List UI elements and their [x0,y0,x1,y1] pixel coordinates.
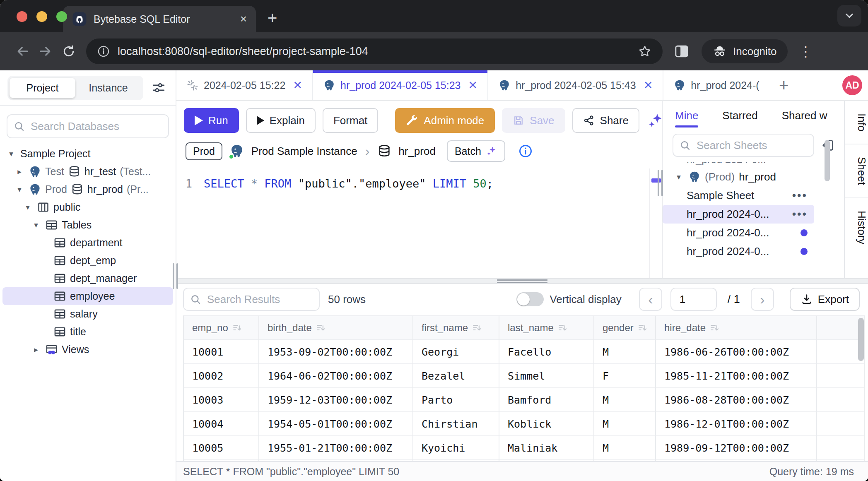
export-button[interactable]: Export [790,288,860,311]
table-cell[interactable]: Anneke [413,460,499,461]
batch-button[interactable]: Batch [447,140,505,162]
tree-node-views[interactable]: ▸Views [2,341,173,358]
vertical-display-toggle[interactable] [516,292,544,306]
sql-editor[interactable]: 1 SELECT * FROM "public"."employee" LIMI… [176,168,662,278]
filter-sliders-icon[interactable] [149,78,168,97]
explain-button[interactable]: Explain [246,108,316,133]
sheet-item-hr-prod-2024-0[interactable]: hr_prod 2024-0... [663,242,814,261]
column-header-gender[interactable]: gender [594,316,656,340]
new-tab-button[interactable]: + [268,9,277,27]
sort-icon[interactable] [637,322,648,333]
sheet-item-hr-prod-2024-0[interactable]: hr_prod 2024-0... [663,224,814,242]
column-header-first-name[interactable]: first_name [413,316,499,340]
caret-down-icon[interactable]: ▾ [673,172,684,182]
side-panel-icon[interactable] [670,40,693,63]
tab-instance[interactable]: Instance [75,78,141,98]
search-sheets-input[interactable] [696,139,808,152]
caret-right-icon[interactable]: ▸ [31,345,41,354]
sort-icon[interactable] [232,322,243,333]
column-header-emp-no[interactable]: emp_no [183,316,259,340]
sheet-item-sample-sheet[interactable]: Sample Sheet••• [663,186,814,205]
search-results-box[interactable] [183,288,320,311]
table-cell[interactable]: 1955-01-21T00:00:00Z [259,436,413,460]
table-cell[interactable]: 1964-06-02T00:00:00Z [259,364,413,388]
table-cell[interactable]: Facello [499,340,594,364]
address-bar[interactable]: localhost:8080/sql-editor/sheet/project-… [86,38,663,64]
more-actions-icon[interactable]: ••• [792,208,808,221]
table-cell[interactable]: 10003 [183,388,259,412]
table-cell[interactable]: 1989-09-12T00:00:00Z [656,436,817,460]
table-cell[interactable]: 1989-06-02T00:00:00Z [656,460,817,461]
table-cell[interactable]: Parto [413,388,499,412]
search-databases-box[interactable] [7,114,169,138]
table-cell[interactable]: 10002 [183,364,259,388]
tree-node-title[interactable]: title [2,323,173,341]
run-button[interactable]: Run [184,108,239,133]
sort-icon[interactable] [472,322,482,333]
table-scrollbar[interactable] [858,318,864,361]
search-results-input[interactable] [206,293,313,306]
caret-down-icon[interactable]: ▾ [22,202,33,212]
table-cell[interactable]: Bezalel [413,364,499,388]
horizontal-split-divider[interactable] [176,278,868,284]
caret-down-icon[interactable]: ▾ [14,185,25,194]
table-row[interactable]: 100051955-01-21T00:00:00ZKyoichiMaliniak… [183,436,864,460]
table-cell[interactable]: Chirstian [413,412,499,436]
sheet-item-hr-prod-2024-0[interactable]: hr_prod 2024-0...••• [663,205,814,224]
tree-node-salary[interactable]: salary [2,305,173,323]
table-cell[interactable]: 1986-06-26T00:00:00Z [656,340,817,364]
table-cell[interactable]: M [594,388,656,412]
table-cell[interactable]: Koblick [499,412,594,436]
sheet-tab-2024-02-05-15-22[interactable]: 2024-02-05 15:22✕ [176,70,313,100]
page-number-input[interactable] [670,288,717,311]
table-cell[interactable]: 1986-12-01T00:00:00Z [656,412,817,436]
admin-mode-button[interactable]: Admin mode [395,108,495,133]
sheet-group-hr-prod[interactable]: ▾(Prod)hr_prod [663,167,844,186]
sheet-panel-tab-starred[interactable]: Starred [722,109,757,122]
search-sheets-box[interactable] [673,134,814,157]
user-avatar[interactable]: AD [842,75,862,95]
table-cell[interactable]: Maliniak [499,436,594,460]
bookmark-star-icon[interactable] [638,44,652,58]
browser-tab[interactable]: Bytebase SQL Editor × [63,6,256,32]
table-cell[interactable]: F [594,460,656,461]
sidebar-resize-handle[interactable] [173,263,178,289]
table-cell[interactable]: M [594,340,656,364]
tree-node-hr-test[interactable]: ▸Testhr_test(Test... [2,163,173,180]
table-cell[interactable]: 1953-09-02T00:00:00Z [259,340,413,364]
table-cell[interactable]: 10001 [183,340,259,364]
reload-button[interactable] [57,40,80,63]
caret-down-icon[interactable]: ▾ [6,149,17,159]
table-cell[interactable]: M [594,436,656,460]
tab-project[interactable]: Project [10,78,75,98]
table-cell[interactable]: 1985-11-21T00:00:00Z [656,364,817,388]
tree-node-tables[interactable]: ▾Tables [2,216,173,234]
table-cell[interactable]: Georgi [413,340,499,364]
clipped-sheet-item[interactable]: hr_prod 2024-0... [663,162,844,167]
minimize-window-button[interactable] [36,11,47,22]
tab-search-button[interactable] [837,5,861,26]
drag-grip[interactable] [497,279,547,283]
tree-node-hr-prod[interactable]: ▾Prodhr_prod(Pr... [2,180,173,198]
table-cell[interactable]: 10004 [183,412,259,436]
sort-icon[interactable] [557,322,568,333]
table-cell[interactable]: 10005 [183,436,259,460]
search-databases-input[interactable] [30,120,162,133]
table-row[interactable]: 100021964-06-02T00:00:00ZBezalelSimmelF1… [183,364,864,388]
back-button[interactable] [11,40,34,63]
table-cell[interactable]: F [594,364,656,388]
add-sheet-button[interactable]: + [769,70,798,100]
info-circle-icon[interactable] [518,144,533,159]
site-info-icon[interactable] [97,45,110,58]
table-cell[interactable]: Simmel [499,364,594,388]
tree-node-department[interactable]: department [2,234,173,252]
sort-icon[interactable] [316,322,326,333]
tree-node-dept-emp[interactable]: dept_emp [2,252,173,269]
more-actions-icon[interactable]: ••• [792,189,808,202]
table-cell[interactable]: 1954-05-01T00:00:00Z [259,412,413,436]
rail-tab-history[interactable]: History [845,198,868,257]
database-name[interactable]: hr_prod [398,145,436,158]
sort-icon[interactable] [709,322,720,333]
close-tab-icon[interactable]: ✕ [293,79,302,92]
tree-node-sample-project[interactable]: ▾Sample Project [2,145,173,163]
